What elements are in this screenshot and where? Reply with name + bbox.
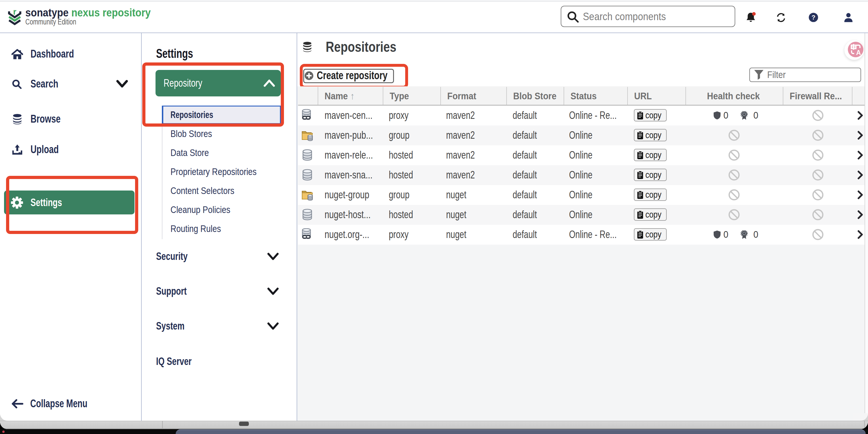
svg-text:r: r	[13, 9, 17, 16]
svg-text:A: A	[856, 49, 861, 57]
svg-text:?: ?	[811, 14, 815, 21]
